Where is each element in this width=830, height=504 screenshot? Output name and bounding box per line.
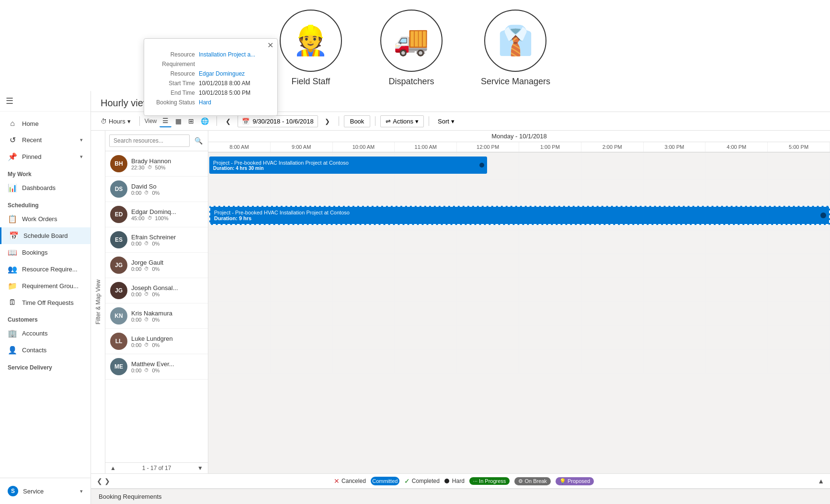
time-slot: 11:00 AM [395, 142, 457, 152]
filter-panel[interactable]: Filter & Map View [91, 131, 105, 473]
timeline-cell [271, 326, 333, 349]
resource-item-brady[interactable]: BH Brady Hannon 22:30 ⏱ 50% [105, 151, 208, 177]
list-view-button[interactable]: ☰ [159, 115, 171, 127]
bookings-icon: 📖 [8, 248, 17, 257]
hero-dispatchers[interactable]: 🚚 Dispatchers [380, 10, 443, 87]
bottom-next-button[interactable]: ❯ [104, 477, 110, 485]
sidebar-item-work-orders[interactable]: 📋 Work Orders [0, 211, 91, 227]
timeline-cell [581, 350, 644, 373]
home-label: Home [22, 120, 39, 127]
sort-button[interactable]: Sort ▾ [434, 116, 458, 127]
scroll-up-button[interactable]: ▲ [818, 477, 824, 485]
resource-item-jorge[interactable]: JG Jorge Gault 0:00 ⏱ 0% [105, 253, 208, 278]
timeline-cell [705, 350, 768, 373]
sidebar-item-recent[interactable]: ↺ Recent ▾ [0, 132, 91, 148]
timeline-cells-kris [208, 302, 830, 325]
pinned-chevron: ▾ [80, 154, 83, 160]
resource-item-luke[interactable]: LL Luke Lundgren 0:00 ⏱ 0% [105, 329, 208, 354]
resource-item-efrain[interactable]: ES Efrain Schreiner 0:00 ⏱ 0% [105, 227, 208, 253]
resource-percent-brady: 50% [155, 165, 166, 170]
grid-view-button[interactable]: ⊞ [185, 115, 197, 127]
app-name: Service [23, 488, 44, 495]
gantt-view-button[interactable]: ▦ [172, 115, 184, 127]
resource-item-david[interactable]: DS David So 0:00 ⏱ 0% [105, 177, 208, 202]
resource-avatar-joseph: JG [110, 282, 127, 299]
sidebar-bottom: S Service ▾ [0, 478, 91, 504]
timeline-cell [208, 326, 271, 349]
search-input[interactable] [109, 134, 190, 147]
sidebar-item-accounts[interactable]: 🏢 Accounts [0, 325, 91, 342]
resource-item-joseph[interactable]: JG Joseph Gonsal... 0:00 ⏱ 0% [105, 278, 208, 303]
timeline-cell [644, 153, 706, 179]
hero-field-staff[interactable]: 👷 Field Staff [280, 10, 342, 87]
actions-label: Actions [393, 118, 413, 125]
timeline-cell [581, 326, 644, 349]
resource-info-matthew: Matthew Ever... 0:00 ⏱ 0% [131, 360, 203, 373]
sidebar-item-home[interactable]: ⌂ Home [0, 115, 91, 132]
timeline-cell [333, 179, 395, 203]
date-range-button[interactable]: 📅 9/30/2018 - 10/6/2018 [238, 115, 318, 127]
resource-time-joseph: 0:00 [131, 291, 141, 297]
hamburger-menu[interactable]: ☰ [6, 96, 13, 106]
timeline-row-kris [208, 302, 830, 326]
bottom-prev-button[interactable]: ❮ [97, 477, 102, 485]
time-slot: 10:00 AM [333, 142, 395, 152]
bar-dot [820, 213, 826, 218]
timeline-row-matthew [208, 350, 830, 374]
resource-percent-edgar: 100% [155, 215, 169, 221]
actions-button[interactable]: ⇌ Actions ▾ [380, 115, 424, 127]
book-button[interactable]: Book [344, 115, 371, 127]
resource-time-kris: 0:00 [131, 317, 141, 323]
sidebar-item-contacts[interactable]: 👤 Contacts [0, 342, 91, 358]
bookings-label: Bookings [22, 249, 47, 256]
time-slot: 4:00 PM [705, 142, 768, 152]
hero-service-managers[interactable]: 👔 Service Managers [481, 10, 550, 87]
check-icon: ✓ [404, 477, 410, 485]
bottom-nav: ❮ ❯ [97, 477, 110, 485]
resource-stats-luke: 0:00 ⏱ 0% [131, 342, 203, 348]
hours-button[interactable]: ⏱ Hours ▾ [97, 116, 135, 127]
view-icons: ☰ ▦ ⊞ 🌐 [159, 115, 212, 127]
sidebar-item-time-off[interactable]: 🗓 Time Off Requests [0, 294, 91, 311]
resource-info-jorge: Jorge Gault 0:00 ⏱ 0% [131, 259, 203, 272]
schedule-board-icon: 📅 [9, 231, 19, 240]
timeline-cell [208, 179, 271, 203]
bottom-bar: ❮ ❯ ✕ Canceled Committed ✓ Completed [91, 473, 830, 488]
sidebar-item-bookings[interactable]: 📖 Bookings [0, 244, 91, 261]
clock-icon-jorge: ⏱ [144, 266, 149, 271]
timeline-cell [581, 278, 644, 302]
dashboards-label: Dashboards [22, 184, 56, 191]
sidebar-item-pinned[interactable]: 📌 Pinned ▾ [0, 148, 91, 165]
sidebar-item-resource-require[interactable]: 👥 Resource Require... [0, 261, 91, 278]
pinned-icon: 📌 [8, 152, 17, 161]
time-slot: 1:00 PM [519, 142, 581, 152]
resource-item-edgar[interactable]: ED Edgar Dominq... 45:00 ⏱ 100% [105, 202, 208, 227]
timeline-cell [457, 302, 519, 325]
sidebar-item-schedule-board[interactable]: 📅 Schedule Board [0, 227, 91, 244]
canceled-label: Canceled [341, 478, 366, 484]
resource-item-kris[interactable]: KN Kris Nakamura 0:00 ⏱ 0% [105, 303, 208, 329]
resources-prev-button[interactable]: ▲ [110, 465, 116, 471]
sidebar-app-switcher[interactable]: S Service ▾ [0, 482, 91, 500]
time-slot: 12:00 PM [457, 142, 519, 152]
sidebar-item-requirement-grou[interactable]: 📁 Requirement Grou... [0, 278, 91, 294]
resource-percent-joseph: 0% [152, 291, 159, 297]
timeline-cell [581, 153, 644, 179]
booking-bar-brady[interactable]: Project - Pre-booked HVAC Installation P… [209, 157, 487, 174]
section-scheduling: Scheduling [0, 196, 91, 211]
resource-percent-luke: 0% [152, 342, 159, 348]
booking-bar-edgar[interactable]: Project - Pre-booked HVAC Installation P… [209, 206, 830, 225]
section-customers: Customers [0, 311, 91, 325]
resource-name-matthew: Matthew Ever... [131, 360, 203, 368]
next-date-button[interactable]: ❯ [321, 116, 334, 127]
map-view-button[interactable]: 🌐 [198, 115, 212, 127]
sidebar-item-dashboards[interactable]: 📊 Dashboards [0, 179, 91, 196]
resource-percent-jorge: 0% [152, 266, 159, 272]
resources-next-button[interactable]: ▼ [197, 465, 203, 471]
resource-item-matthew[interactable]: ME Matthew Ever... 0:00 ⏱ 0% [105, 354, 208, 380]
search-button[interactable]: 🔍 [193, 135, 205, 146]
prev-date-button[interactable]: ❮ [222, 116, 235, 127]
home-icon: ⌂ [8, 119, 17, 128]
resource-avatar-edgar: ED [110, 206, 127, 223]
timeline-cell [395, 179, 457, 203]
